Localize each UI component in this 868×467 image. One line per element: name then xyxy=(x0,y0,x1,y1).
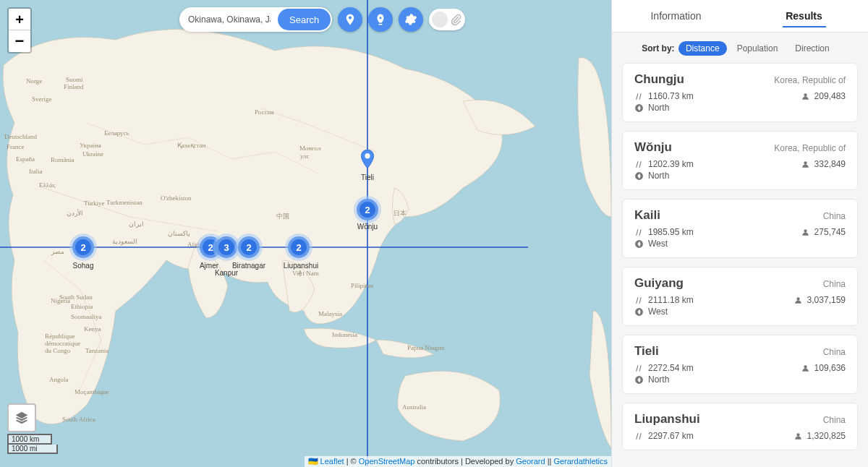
result-card[interactable]: TieliChina2272.54 km109,636North xyxy=(622,335,858,394)
result-country: Korea, Republic of xyxy=(774,143,846,153)
dev1-link[interactable]: Georard xyxy=(516,457,545,466)
cluster-marker[interactable]: 3 xyxy=(216,236,237,258)
search-box: Search xyxy=(179,7,332,32)
launch-button[interactable] xyxy=(368,7,393,32)
distance-icon xyxy=(634,296,644,305)
cluster-marker[interactable]: 2 xyxy=(288,236,310,258)
svg-text:South Sudan: South Sudan xyxy=(59,294,93,301)
svg-text:Turkmenistan: Turkmenistan xyxy=(106,199,142,206)
map-attribution: 🇺🇦 Leaflet | © OpenStreetMap contributor… xyxy=(305,456,612,467)
svg-text:Finland: Finland xyxy=(64,83,84,90)
svg-text:پاکستان: پاکستان xyxy=(168,230,190,238)
svg-text:South Africa: South Africa xyxy=(62,416,95,423)
svg-text:الأردن: الأردن xyxy=(67,209,83,218)
svg-text:ایران: ایران xyxy=(129,220,144,228)
direction-icon xyxy=(634,171,644,181)
svg-text:Türkiye: Türkiye xyxy=(84,200,105,207)
direction-icon xyxy=(634,239,644,249)
link-toggle[interactable] xyxy=(429,9,465,30)
svg-text:démocratique: démocratique xyxy=(45,340,80,347)
result-distance: 1202.39 km xyxy=(648,159,694,169)
svg-text:Indonesia: Indonesia xyxy=(332,331,357,338)
marker-label: Tieli xyxy=(361,173,374,181)
cluster-marker[interactable]: 2 xyxy=(72,236,94,258)
results-list[interactable]: ChungjuKorea, Republic of1160.73 km209,4… xyxy=(612,63,868,467)
result-card[interactable]: KailiChina1985.95 km275,745West xyxy=(622,199,858,258)
svg-text:Ukraine: Ukraine xyxy=(82,150,103,158)
svg-text:Norge: Norge xyxy=(26,77,42,85)
sort-distance[interactable]: Distance xyxy=(678,41,727,56)
result-distance: 2297.67 km xyxy=(648,431,694,441)
direction-icon xyxy=(634,375,644,385)
marker-label: Kanpur xyxy=(213,269,239,277)
svg-text:السعودية: السعودية xyxy=(112,238,137,246)
tab-results[interactable]: Results xyxy=(740,0,868,32)
result-city: Chungju xyxy=(634,72,684,87)
zoom-out-button[interactable]: − xyxy=(9,30,30,52)
svg-text:日本: 日本 xyxy=(393,210,407,217)
distance-icon xyxy=(634,92,644,101)
svg-text:Việt Nam: Việt Nam xyxy=(292,270,319,277)
marker-label: Sohag xyxy=(72,262,95,270)
svg-text:Malaysia: Malaysia xyxy=(318,310,342,317)
svg-text:Deutschland: Deutschland xyxy=(4,133,37,140)
result-city: Liupanshui xyxy=(634,412,700,427)
result-population: 1,320,825 xyxy=(807,431,846,441)
svg-text:France: France xyxy=(7,143,25,150)
svg-text:España: España xyxy=(16,155,35,163)
result-city: Tieli xyxy=(634,344,659,359)
result-country: China xyxy=(823,211,846,221)
distance-icon xyxy=(634,228,644,237)
sort-population[interactable]: Population xyxy=(730,41,786,56)
tabs: Information Results xyxy=(612,0,868,33)
pin-marker[interactable] xyxy=(361,150,374,171)
leaflet-link[interactable]: Leaflet xyxy=(320,457,344,466)
result-card[interactable]: GuiyangChina2111.18 km3,037,159West xyxy=(622,267,858,326)
svg-text:中国: 中国 xyxy=(276,213,289,220)
zoom-controls: + − xyxy=(7,7,32,53)
direction-icon xyxy=(634,307,644,317)
search-input[interactable] xyxy=(181,14,278,25)
result-population: 209,483 xyxy=(814,91,846,101)
scale-km: 1000 km xyxy=(7,434,52,445)
cluster-marker[interactable]: 2 xyxy=(357,199,378,220)
result-direction: North xyxy=(648,171,669,181)
basemap: Norge Sverige Suomi Finland Россия Қазақ… xyxy=(0,0,611,467)
svg-text:Angola: Angola xyxy=(49,376,69,383)
layers-button[interactable] xyxy=(7,403,36,432)
zoom-in-button[interactable]: + xyxy=(9,9,30,30)
marker-label: Wŏnju xyxy=(356,223,379,231)
svg-text:مصر: مصر xyxy=(51,248,64,256)
svg-text:Papua Niugini: Papua Niugini xyxy=(407,344,445,351)
population-icon xyxy=(793,432,803,441)
svg-text:Ελλάς: Ελλάς xyxy=(39,181,56,189)
result-population: 3,037,159 xyxy=(807,295,846,305)
svg-text:Монгол: Монгол xyxy=(299,145,321,152)
svg-text:Ethiopia: Ethiopia xyxy=(71,303,93,310)
osm-link[interactable]: OpenStreetMap xyxy=(359,457,415,466)
result-distance: 1985.95 km xyxy=(648,227,694,237)
locate-button[interactable] xyxy=(338,7,362,32)
search-button[interactable]: Search xyxy=(278,9,331,30)
svg-text:Қазақстан: Қазақстан xyxy=(177,142,206,149)
svg-text:Россия: Россия xyxy=(255,108,273,116)
result-population: 332,849 xyxy=(814,159,846,169)
layers-icon xyxy=(14,410,30,426)
result-direction: West xyxy=(648,239,668,249)
dev2-link[interactable]: Gerardathletics xyxy=(553,457,608,466)
result-direction: West xyxy=(648,307,668,317)
sort-direction[interactable]: Direction xyxy=(788,41,836,56)
settings-button[interactable] xyxy=(399,7,423,32)
tab-information[interactable]: Information xyxy=(612,0,740,32)
result-card[interactable]: LiupanshuiChina2297.67 km1,320,825 xyxy=(622,403,858,450)
svg-text:Sverige: Sverige xyxy=(32,95,52,103)
cluster-marker[interactable]: 2 xyxy=(238,236,260,258)
result-country: China xyxy=(823,415,846,425)
result-card[interactable]: WŏnjuKorea, Republic of1202.39 km332,849… xyxy=(622,131,858,190)
svg-text:улс: улс xyxy=(300,153,310,160)
map[interactable]: Norge Sverige Suomi Finland Россия Қазақ… xyxy=(0,0,611,467)
result-population: 275,745 xyxy=(814,227,846,237)
result-card[interactable]: ChungjuKorea, Republic of1160.73 km209,4… xyxy=(622,63,858,122)
direction-icon xyxy=(634,103,644,113)
marker-label: Biratnagar xyxy=(231,262,267,270)
